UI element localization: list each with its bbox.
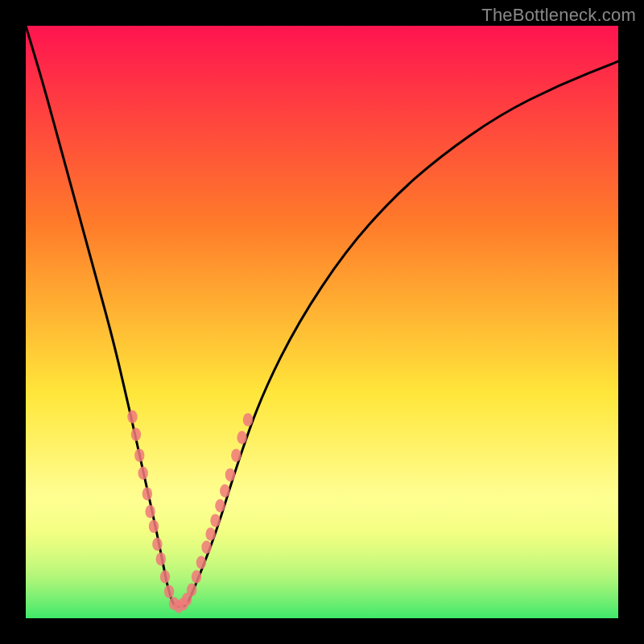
watermark-text: TheBottleneck.com [481,5,636,26]
data-marker [156,552,166,565]
data-marker [164,585,174,598]
data-marker [149,520,159,533]
data-marker [187,584,196,597]
data-marker [152,538,162,551]
data-marker [231,448,241,461]
data-marker [192,570,201,583]
chart-svg [26,26,618,618]
data-marker [201,541,211,554]
data-marker [196,556,206,569]
data-marker [142,487,152,500]
data-marker [220,485,229,497]
data-marker [145,505,155,518]
data-marker [210,514,220,526]
data-marker [131,428,141,441]
data-marker [134,448,144,461]
data-marker [215,499,225,512]
data-marker [243,413,253,426]
chart-frame: TheBottleneck.com [0,0,644,644]
data-marker [138,467,148,480]
data-marker [205,527,215,540]
plot-area [26,26,618,618]
good-zone-band [26,482,618,618]
data-marker [225,469,235,481]
data-marker [160,570,170,583]
data-marker [127,411,137,423]
data-marker [237,431,246,444]
